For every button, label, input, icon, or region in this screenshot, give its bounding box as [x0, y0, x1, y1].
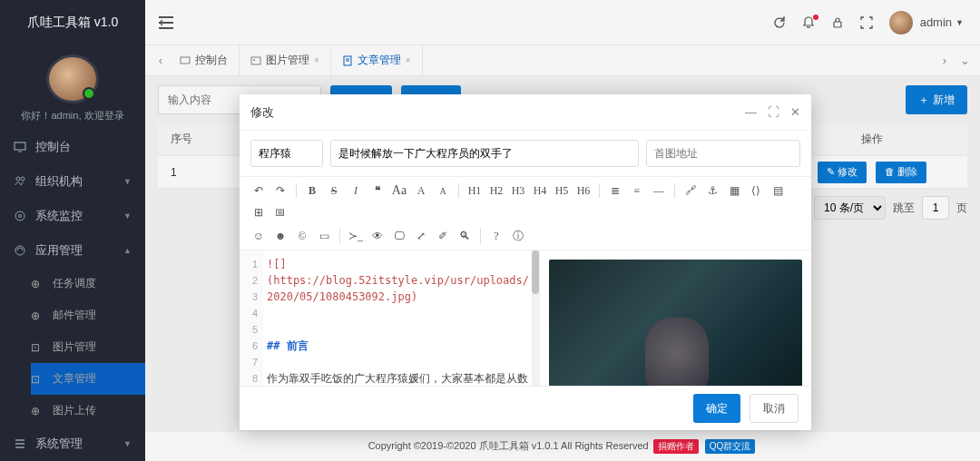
- bold-icon[interactable]: B: [302, 181, 322, 201]
- ul-icon[interactable]: ≣: [605, 181, 625, 201]
- editor-preview: 前言: [539, 250, 811, 386]
- editor-toolbar: ↶ ↷ B S I ❝ Aa A A H1 H2 H3 H4 H5 H6 ≣ ≡…: [240, 176, 811, 250]
- emoji2-icon[interactable]: ☻: [270, 226, 290, 246]
- category-input[interactable]: [250, 140, 323, 167]
- modal-title: 修改: [250, 104, 274, 121]
- strike-icon[interactable]: S: [324, 181, 344, 201]
- anchor-icon[interactable]: ⚓︎: [702, 181, 722, 201]
- preview-icon[interactable]: 🖵︎: [389, 226, 409, 246]
- help-icon[interactable]: ?: [486, 226, 506, 246]
- fullscreen-icon[interactable]: ⤢: [411, 226, 431, 246]
- preview-image: [549, 260, 802, 386]
- font-small-icon[interactable]: A: [433, 181, 453, 201]
- code-icon[interactable]: ⟨⟩: [746, 181, 766, 201]
- h6-button[interactable]: H6: [573, 181, 593, 201]
- datetime-icon[interactable]: 📅︎: [270, 202, 290, 222]
- editor-scrollbar[interactable]: [532, 250, 539, 386]
- redo-icon[interactable]: ↷: [270, 181, 290, 201]
- link-icon[interactable]: 🔗︎: [681, 181, 701, 201]
- special-icon[interactable]: ©: [292, 226, 312, 246]
- italic-icon[interactable]: I: [346, 181, 366, 201]
- hr-icon[interactable]: —: [649, 181, 669, 201]
- h2-button[interactable]: H2: [486, 181, 506, 201]
- editor-gutter: 12345678: [240, 250, 263, 386]
- table-icon[interactable]: ⊞: [249, 202, 269, 222]
- quote-icon[interactable]: ❝: [368, 181, 387, 201]
- emoji-icon[interactable]: ☺: [249, 226, 269, 246]
- h1-button[interactable]: H1: [465, 181, 485, 201]
- ol-icon[interactable]: ≡: [627, 181, 647, 201]
- edit-modal: 修改 — ⛶ ✕ ↶ ↷ B S I ❝ Aa A A H1 H2 H3 H4 …: [240, 94, 811, 430]
- h3-button[interactable]: H3: [508, 181, 528, 201]
- font-icon[interactable]: A: [411, 181, 431, 201]
- font-case-icon[interactable]: Aa: [389, 181, 409, 201]
- h5-button[interactable]: H5: [552, 181, 572, 201]
- codeblock-icon[interactable]: ▤: [768, 181, 788, 201]
- title-input[interactable]: [330, 140, 639, 167]
- minimize-icon[interactable]: —: [745, 105, 757, 119]
- h4-button[interactable]: H4: [530, 181, 550, 201]
- info-icon[interactable]: ⓘ: [508, 226, 528, 246]
- close-icon[interactable]: ✕: [790, 105, 800, 119]
- cancel-button[interactable]: 取消: [750, 394, 799, 423]
- image-icon[interactable]: ▦: [724, 181, 744, 201]
- cover-input[interactable]: [646, 140, 800, 167]
- clear-icon[interactable]: ✐: [433, 226, 453, 246]
- search-icon[interactable]: 🔍︎: [455, 226, 475, 246]
- undo-icon[interactable]: ↶: [249, 181, 269, 201]
- editor-code[interactable]: ![] (https://blog.52itstyle.vip/usr/uplo…: [263, 250, 539, 386]
- ok-button[interactable]: 确定: [693, 394, 740, 423]
- goto-icon[interactable]: ≻_: [346, 226, 366, 246]
- pagebreak-icon[interactable]: ▭: [314, 226, 334, 246]
- maximize-icon[interactable]: ⛶: [768, 105, 779, 119]
- watch-icon[interactable]: 👁︎: [368, 226, 387, 246]
